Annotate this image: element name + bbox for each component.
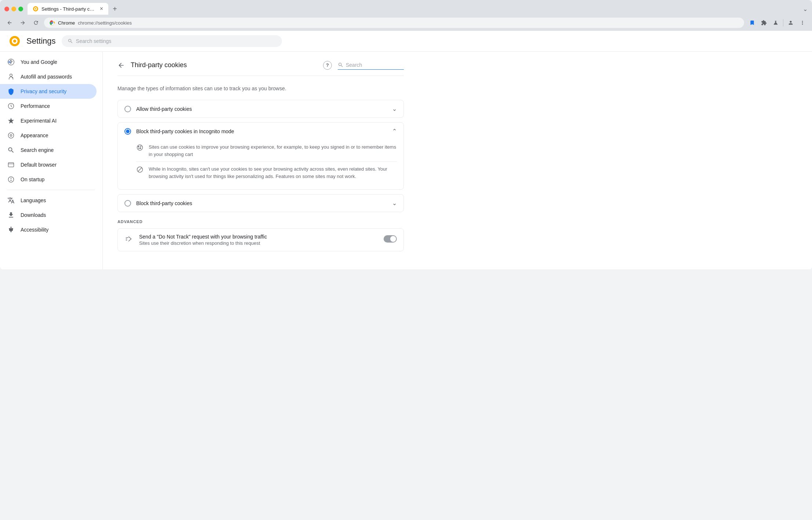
sidebar-item-search-engine[interactable]: Search engine <box>0 143 97 157</box>
expanded-item-1: Sites can use cookies to improve your br… <box>136 140 397 161</box>
settings-logo <box>9 35 21 47</box>
option-incognito-chevron: ⌃ <box>392 128 397 135</box>
active-tab[interactable]: Settings - Third-party cookie × <box>28 3 108 15</box>
page-back-button[interactable] <box>117 62 125 69</box>
menu-button[interactable] <box>797 18 808 28</box>
option-incognito-header[interactable]: Block third-party cookies in Incognito m… <box>118 123 403 140</box>
search-icon <box>68 38 73 44</box>
sidebar-label-languages: Languages <box>21 197 46 203</box>
forward-button[interactable] <box>18 18 28 28</box>
block-icon <box>136 166 144 173</box>
page-search-input[interactable] <box>346 62 397 68</box>
google-icon: G <box>7 58 15 66</box>
tab-overflow-button[interactable]: ⌄ <box>803 6 808 12</box>
sidebar-item-appearance[interactable]: Appearance <box>0 128 97 143</box>
sidebar-divider <box>7 190 95 190</box>
shield-icon <box>7 88 15 95</box>
sidebar-item-autofill[interactable]: Autofill and passwords <box>0 69 97 84</box>
sidebar-label-accessibility: Accessibility <box>21 227 48 233</box>
svg-point-8 <box>10 74 12 77</box>
address-url: chrome://settings/cookies <box>78 20 132 26</box>
do-not-track-main: Send a "Do Not Track" request with your … <box>139 234 378 240</box>
page-description: Manage the types of information sites ca… <box>117 85 404 92</box>
page-header: Third-party cookies ? <box>117 61 404 76</box>
toolbar-divider <box>783 19 783 26</box>
profile-button[interactable] <box>786 18 796 28</box>
browser-icon <box>7 161 15 168</box>
sidebar-label-appearance: Appearance <box>21 132 48 138</box>
sidebar-label-privacy: Privacy and security <box>21 88 66 94</box>
tab-close-button[interactable]: × <box>100 6 103 12</box>
do-not-track-toggle[interactable] <box>384 235 397 243</box>
bookmark-button[interactable] <box>747 18 757 28</box>
traffic-light-yellow[interactable] <box>11 7 16 11</box>
autofill-icon <box>7 73 15 80</box>
option-block-all-chevron: ⌄ <box>392 200 397 207</box>
svg-point-12 <box>10 135 12 137</box>
svg-point-17 <box>138 146 139 147</box>
sidebar-label-default-browser: Default browser <box>21 162 57 168</box>
sidebar-item-on-startup[interactable]: On startup <box>0 172 97 187</box>
page-search-box[interactable] <box>338 61 404 70</box>
settings-title: Settings <box>26 36 56 46</box>
new-tab-button[interactable]: + <box>110 5 120 13</box>
sidebar-label-search-engine: Search engine <box>21 147 54 153</box>
svg-point-6 <box>13 40 16 43</box>
startup-icon <box>7 176 15 183</box>
expanded-item-2: While in Incognito, sites can't use your… <box>136 162 397 183</box>
sidebar-label-autofill: Autofill and passwords <box>21 74 72 80</box>
do-not-track-icon <box>124 234 133 243</box>
sidebar-item-privacy[interactable]: Privacy and security <box>0 84 97 99</box>
toggle-knob <box>390 236 396 242</box>
svg-point-20 <box>139 148 139 149</box>
help-button[interactable]: ? <box>323 61 332 70</box>
sidebar-item-downloads[interactable]: Downloads <box>0 208 97 222</box>
svg-point-15 <box>10 227 11 228</box>
languages-icon <box>7 197 15 204</box>
traffic-light-red[interactable] <box>4 7 9 11</box>
svg-point-16 <box>137 145 143 150</box>
radio-inner <box>126 130 130 133</box>
do-not-track-sub: Sites use their discretion when respondi… <box>139 240 378 246</box>
back-button[interactable] <box>4 18 15 28</box>
reload-button[interactable] <box>31 18 41 28</box>
svg-point-9 <box>12 77 13 78</box>
labs-button[interactable] <box>771 18 781 28</box>
search-engine-icon <box>7 146 15 154</box>
radio-block-all[interactable] <box>124 200 131 207</box>
option-block-all-header[interactable]: Block third-party cookies ⌄ <box>118 194 403 212</box>
settings-search-bar[interactable] <box>62 35 282 47</box>
sidebar-label-downloads: Downloads <box>21 212 46 218</box>
do-not-track-text: Send a "Do Not Track" request with your … <box>139 234 378 246</box>
svg-text:G: G <box>8 60 11 64</box>
svg-rect-13 <box>8 163 14 167</box>
sidebar-item-default-browser[interactable]: Default browser <box>0 157 97 172</box>
extensions-button[interactable] <box>759 18 769 28</box>
option-block-incognito: Block third-party cookies in Incognito m… <box>117 122 404 190</box>
radio-allow[interactable] <box>124 106 131 112</box>
appearance-icon <box>7 132 15 139</box>
radio-incognito[interactable] <box>124 128 131 135</box>
traffic-light-green[interactable] <box>18 7 23 11</box>
option-allow-header[interactable]: Allow third-party cookies ⌄ <box>118 100 403 117</box>
sidebar-item-experimental-ai[interactable]: Experimental AI <box>0 113 97 128</box>
address-label: Chrome <box>58 20 75 26</box>
page-search-icon <box>338 62 344 68</box>
svg-point-18 <box>141 146 141 147</box>
address-bar[interactable]: Chrome chrome://settings/cookies <box>44 18 744 28</box>
tab-title: Settings - Third-party cookie <box>41 6 97 12</box>
settings-search-input[interactable] <box>76 38 276 44</box>
performance-icon <box>7 102 15 110</box>
sidebar-item-languages[interactable]: Languages <box>0 193 97 208</box>
ai-icon <box>7 117 15 124</box>
option-incognito-expanded: Sites can use cookies to improve your br… <box>118 140 403 189</box>
sidebar-item-you-and-google[interactable]: G You and Google <box>0 55 97 69</box>
advanced-label: Advanced <box>117 219 404 224</box>
option-allow-cookies: Allow third-party cookies ⌄ <box>117 100 404 118</box>
option-block-all-label: Block third-party cookies <box>136 200 387 206</box>
sidebar-item-performance[interactable]: Performance <box>0 99 97 113</box>
sidebar-item-accessibility[interactable]: Accessibility <box>0 222 97 237</box>
expanded-text-1: Sites can use cookies to improve your br… <box>149 143 397 158</box>
tab-favicon <box>33 6 39 12</box>
page-title: Third-party cookies <box>131 61 317 69</box>
